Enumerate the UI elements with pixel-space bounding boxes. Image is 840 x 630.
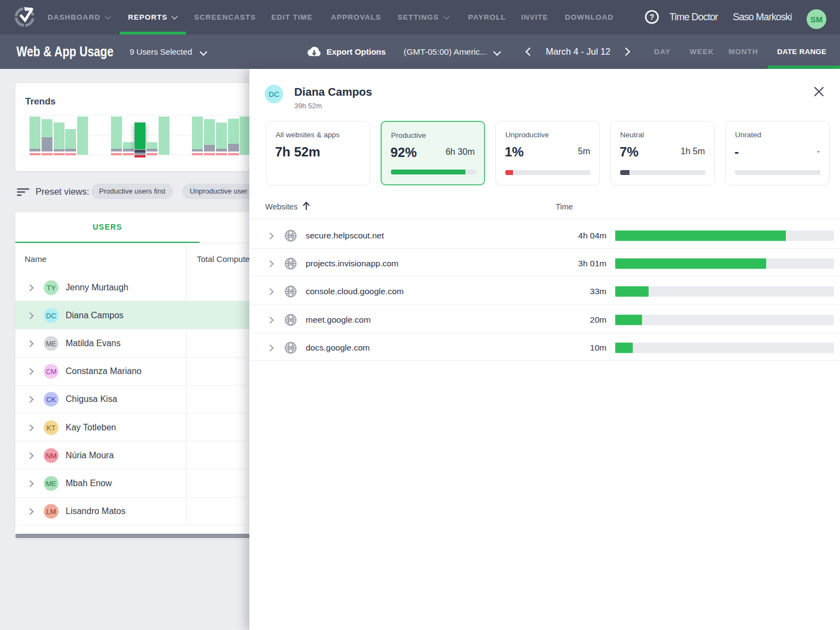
svg-text:?: ? [650,13,655,21]
